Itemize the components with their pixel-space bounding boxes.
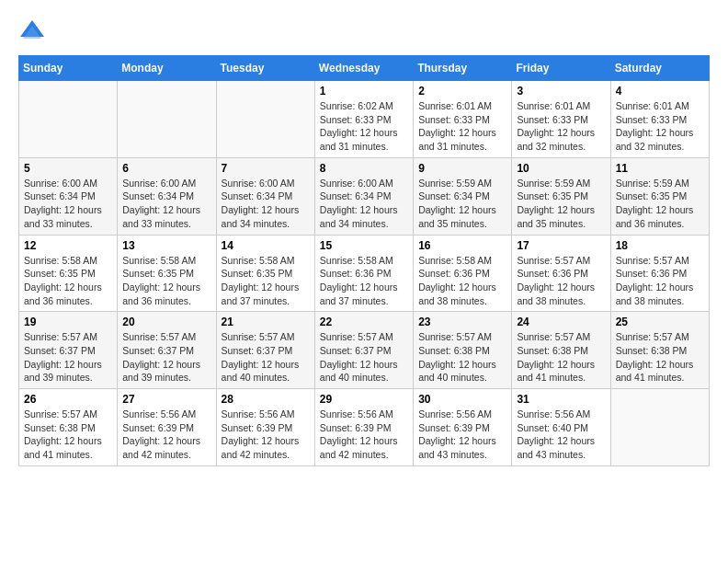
calendar-cell: 24Sunrise: 5:57 AM Sunset: 6:38 PM Dayli… (512, 312, 610, 389)
day-number: 12 (24, 239, 112, 252)
day-number: 19 (24, 316, 112, 328)
header-friday: Friday (512, 56, 610, 81)
day-number: 31 (517, 393, 605, 406)
day-info: Sunrise: 5:57 AM Sunset: 6:36 PM Dayligh… (616, 254, 704, 308)
day-info: Sunrise: 5:57 AM Sunset: 6:38 PM Dayligh… (418, 330, 506, 385)
day-info: Sunrise: 6:00 AM Sunset: 6:34 PM Dayligh… (24, 177, 112, 231)
calendar-cell: 25Sunrise: 5:57 AM Sunset: 6:38 PM Dayli… (610, 312, 709, 389)
day-number: 29 (320, 393, 408, 406)
day-number: 25 (616, 316, 704, 328)
calendar-cell: 16Sunrise: 5:58 AM Sunset: 6:36 PM Dayli… (414, 235, 512, 312)
day-info: Sunrise: 5:58 AM Sunset: 6:35 PM Dayligh… (24, 254, 112, 308)
calendar-cell: 28Sunrise: 5:56 AM Sunset: 6:39 PM Dayli… (216, 389, 314, 466)
day-number: 7 (222, 162, 310, 175)
calendar-cell: 12Sunrise: 5:58 AM Sunset: 6:35 PM Dayli… (19, 235, 118, 312)
calendar-cell: 31Sunrise: 5:56 AM Sunset: 6:40 PM Dayli… (512, 389, 610, 466)
calendar-cell: 4Sunrise: 6:01 AM Sunset: 6:33 PM Daylig… (610, 81, 709, 158)
day-info: Sunrise: 5:58 AM Sunset: 6:35 PM Dayligh… (122, 254, 210, 308)
day-number: 20 (122, 316, 210, 328)
day-number: 8 (320, 162, 408, 175)
calendar-cell: 9Sunrise: 5:59 AM Sunset: 6:34 PM Daylig… (414, 157, 512, 235)
day-info: Sunrise: 5:59 AM Sunset: 6:34 PM Dayligh… (418, 177, 506, 231)
day-info: Sunrise: 5:57 AM Sunset: 6:37 PM Dayligh… (222, 330, 310, 385)
header-saturday: Saturday (610, 56, 709, 81)
header-monday: Monday (118, 56, 216, 81)
day-info: Sunrise: 5:56 AM Sunset: 6:39 PM Dayligh… (418, 408, 506, 462)
day-info: Sunrise: 5:57 AM Sunset: 6:38 PM Dayligh… (517, 330, 605, 385)
day-info: Sunrise: 5:57 AM Sunset: 6:37 PM Dayligh… (24, 330, 112, 385)
calendar-cell: 13Sunrise: 5:58 AM Sunset: 6:35 PM Dayli… (118, 235, 216, 312)
calendar-table: SundayMondayTuesdayWednesdayThursdayFrid… (18, 55, 710, 466)
calendar-cell: 7Sunrise: 6:00 AM Sunset: 6:34 PM Daylig… (216, 157, 314, 235)
calendar-cell: 26Sunrise: 5:57 AM Sunset: 6:38 PM Dayli… (19, 389, 118, 466)
calendar-cell: 27Sunrise: 5:56 AM Sunset: 6:39 PM Dayli… (118, 389, 216, 466)
day-info: Sunrise: 5:56 AM Sunset: 6:39 PM Dayligh… (222, 408, 310, 462)
day-info: Sunrise: 5:58 AM Sunset: 6:36 PM Dayligh… (418, 254, 506, 308)
day-info: Sunrise: 6:00 AM Sunset: 6:34 PM Dayligh… (122, 177, 210, 231)
day-number: 24 (517, 316, 605, 328)
day-number: 30 (418, 393, 506, 406)
day-number: 22 (320, 316, 408, 328)
header-sunday: Sunday (19, 56, 118, 81)
day-number: 14 (222, 239, 310, 252)
day-info: Sunrise: 5:58 AM Sunset: 6:36 PM Dayligh… (320, 254, 408, 308)
calendar-cell: 10Sunrise: 5:59 AM Sunset: 6:35 PM Dayli… (512, 157, 610, 235)
day-info: Sunrise: 6:02 AM Sunset: 6:33 PM Dayligh… (320, 99, 408, 154)
day-info: Sunrise: 5:57 AM Sunset: 6:37 PM Dayligh… (320, 330, 408, 385)
day-info: Sunrise: 5:57 AM Sunset: 6:37 PM Dayligh… (122, 330, 210, 385)
day-number: 5 (24, 162, 112, 175)
calendar-cell: 30Sunrise: 5:56 AM Sunset: 6:39 PM Dayli… (414, 389, 512, 466)
calendar-cell: 6Sunrise: 6:00 AM Sunset: 6:34 PM Daylig… (118, 157, 216, 235)
day-info: Sunrise: 5:59 AM Sunset: 6:35 PM Dayligh… (517, 177, 605, 231)
day-info: Sunrise: 5:58 AM Sunset: 6:35 PM Dayligh… (222, 254, 310, 308)
day-number: 15 (320, 239, 408, 252)
day-info: Sunrise: 6:01 AM Sunset: 6:33 PM Dayligh… (418, 99, 506, 154)
day-number: 26 (24, 393, 112, 406)
day-number: 4 (616, 85, 704, 98)
calendar-cell: 5Sunrise: 6:00 AM Sunset: 6:34 PM Daylig… (19, 157, 118, 235)
day-number: 6 (122, 162, 210, 175)
calendar-cell: 19Sunrise: 5:57 AM Sunset: 6:37 PM Dayli… (19, 312, 118, 389)
day-info: Sunrise: 5:57 AM Sunset: 6:38 PM Dayligh… (616, 330, 704, 385)
calendar-cell: 11Sunrise: 5:59 AM Sunset: 6:35 PM Dayli… (610, 157, 709, 235)
calendar-cell: 3Sunrise: 6:01 AM Sunset: 6:33 PM Daylig… (512, 81, 610, 158)
day-number: 16 (418, 239, 506, 252)
day-info: Sunrise: 6:01 AM Sunset: 6:33 PM Dayligh… (517, 99, 605, 154)
day-number: 21 (222, 316, 310, 328)
header-wednesday: Wednesday (314, 56, 413, 81)
day-number: 27 (122, 393, 210, 406)
day-info: Sunrise: 6:01 AM Sunset: 6:33 PM Dayligh… (616, 99, 704, 154)
logo (18, 18, 50, 46)
day-info: Sunrise: 5:59 AM Sunset: 6:35 PM Dayligh… (616, 177, 704, 231)
calendar-cell (19, 81, 118, 158)
calendar-cell: 2Sunrise: 6:01 AM Sunset: 6:33 PM Daylig… (414, 81, 512, 158)
calendar-header-row: SundayMondayTuesdayWednesdayThursdayFrid… (19, 56, 710, 81)
day-info: Sunrise: 5:57 AM Sunset: 6:38 PM Dayligh… (24, 408, 112, 462)
calendar-cell: 17Sunrise: 5:57 AM Sunset: 6:36 PM Dayli… (512, 235, 610, 312)
day-number: 17 (517, 239, 605, 252)
calendar-cell (216, 81, 314, 158)
calendar-cell: 8Sunrise: 6:00 AM Sunset: 6:34 PM Daylig… (314, 157, 413, 235)
day-number: 18 (616, 239, 704, 252)
calendar-cell: 15Sunrise: 5:58 AM Sunset: 6:36 PM Dayli… (314, 235, 413, 312)
calendar-cell (118, 81, 216, 158)
day-info: Sunrise: 6:00 AM Sunset: 6:34 PM Dayligh… (320, 177, 408, 231)
header-tuesday: Tuesday (216, 56, 314, 81)
logo-icon (18, 18, 46, 46)
calendar-week-row: 5Sunrise: 6:00 AM Sunset: 6:34 PM Daylig… (19, 157, 710, 235)
day-info: Sunrise: 5:56 AM Sunset: 6:39 PM Dayligh… (122, 408, 210, 462)
calendar-week-row: 1Sunrise: 6:02 AM Sunset: 6:33 PM Daylig… (19, 81, 710, 158)
day-number: 23 (418, 316, 506, 328)
day-info: Sunrise: 5:56 AM Sunset: 6:40 PM Dayligh… (517, 408, 605, 462)
day-number: 28 (222, 393, 310, 406)
calendar-cell (610, 389, 709, 466)
calendar-week-row: 26Sunrise: 5:57 AM Sunset: 6:38 PM Dayli… (19, 389, 710, 466)
day-number: 13 (122, 239, 210, 252)
calendar-cell: 29Sunrise: 5:56 AM Sunset: 6:39 PM Dayli… (314, 389, 413, 466)
day-info: Sunrise: 5:57 AM Sunset: 6:36 PM Dayligh… (517, 254, 605, 308)
header-thursday: Thursday (414, 56, 512, 81)
calendar-cell: 18Sunrise: 5:57 AM Sunset: 6:36 PM Dayli… (610, 235, 709, 312)
day-info: Sunrise: 6:00 AM Sunset: 6:34 PM Dayligh… (222, 177, 310, 231)
calendar-cell: 14Sunrise: 5:58 AM Sunset: 6:35 PM Dayli… (216, 235, 314, 312)
day-number: 3 (517, 85, 605, 98)
